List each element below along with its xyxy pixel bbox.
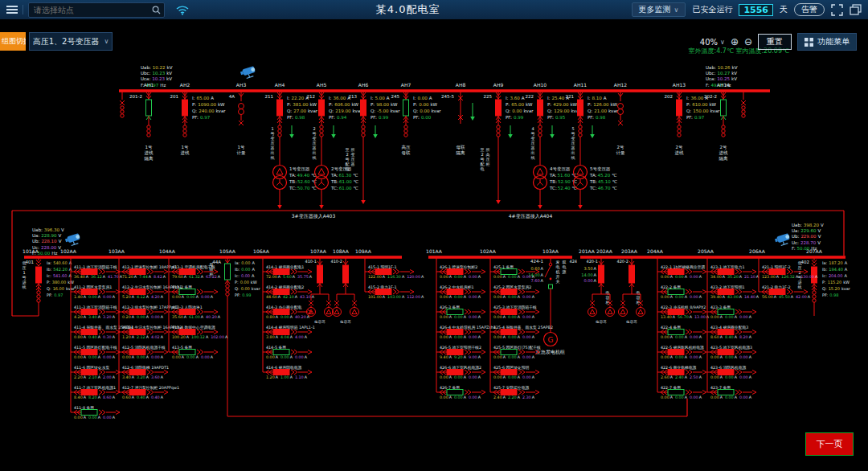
capacitor-bay-410-2[interactable]: 410-2电容器 bbox=[330, 257, 358, 324]
feeder-413-3[interactable]: 413-3 人防地块135.60A61.00A40.20A bbox=[169, 305, 221, 319]
single-line-diagram-canvas[interactable]: Uab:10.22kVUbc:10.23kVUca:10.23kVF:49.97… bbox=[0, 53, 868, 471]
feeder-411-6[interactable]: 411-6 园区绿化水泵2.20A2.10A2.00A bbox=[71, 366, 120, 379]
feeder-422-7[interactable]: 422-7 备用0.00A0.00A0.00A bbox=[657, 386, 706, 399]
feeder-425-5[interactable]: 425-5 园区路灯(75)配干线0.00A0.00A0.00A bbox=[490, 345, 541, 359]
feeder-422-6[interactable]: 422-6 商业电梯电源2.60A2.40A2.50A bbox=[657, 365, 706, 379]
feeder-421-2[interactable]: 421-2 电力1F-256.00A45.50A42.00A bbox=[759, 285, 811, 299]
feeder-422-1[interactable]: 422-1 1b层裙楼商业空调0.00A0.00A0.00A bbox=[657, 264, 706, 279]
svg-text:225: 225 bbox=[484, 94, 493, 99]
feeder-423-3[interactable]: 423-3 备用0.00A0.00A0.00A bbox=[707, 305, 756, 319]
feeder-415-2[interactable]: 415-2 电力1F-1101.00A103.00A112.00A bbox=[365, 285, 424, 299]
feeder-412-6[interactable]: 412-6 消防电梯 19APDT13.40A3.20A3.60A bbox=[119, 365, 169, 379]
tab-diagram-switch[interactable]: 组图切换 bbox=[0, 32, 26, 51]
svg-text:I:8.10A: I:8.10A bbox=[588, 96, 607, 100]
svg-text:0.00A0.00A0.00A: 0.00A0.00A0.00A bbox=[172, 295, 214, 299]
feeder-426-5[interactable]: 426-5 地下室照明干线29.40A9.20A9.00A bbox=[436, 345, 485, 359]
hv-bay-245-5[interactable]: 245-5母联隔离 bbox=[441, 91, 475, 156]
hv-bay-pt[interactable]: 2号计量 bbox=[616, 91, 626, 155]
svg-text:245: 245 bbox=[391, 94, 400, 99]
feeder-423-7[interactable]: 423-7 备用0.00A0.00A0.00A bbox=[707, 386, 756, 399]
hv-bay-201-2[interactable]: 201-21号进线隔离 bbox=[120, 91, 154, 162]
feeder-423-6[interactable]: 423-6 消防风机电源0.00A0.00A0.00A bbox=[707, 365, 756, 379]
feeder-411-1[interactable]: 411-1 地下室消防箱干线36.40A36.12A41.70A bbox=[71, 264, 123, 279]
feeder-414-2[interactable]: 414-2 裙房商业配电244.60A42.10A43.10A bbox=[263, 285, 315, 299]
feeder-422-4[interactable]: 422-4 备用0.00A0.00A0.00A bbox=[657, 326, 706, 339]
feeder-413-2[interactable]: 413-2 备用0.00A0.00A0.00A bbox=[169, 285, 218, 299]
menu-icon[interactable] bbox=[6, 6, 18, 14]
feeder-426-2[interactable]: 426-2 中水机房柜10.00A0.00A0.00A bbox=[436, 285, 485, 299]
zoom-out-icon[interactable]: ⊖ bbox=[744, 36, 752, 47]
feeder-413-4[interactable]: 413-4 数据中心空调电源100.20A100.12A102.00A bbox=[169, 325, 228, 339]
svg-text:39.40A43.00A14.40A: 39.40A43.00A14.40A bbox=[710, 295, 760, 299]
feeder-413-1[interactable]: 413-1 空调机房配电干线79.60A61.32A63.22A bbox=[169, 264, 221, 279]
capacitor-bay-420-1[interactable]: 420-14243.50A14.00A0.00A电容柜电容器 bbox=[569, 257, 614, 324]
feeder-426-6[interactable]: 426-6 地下室风机电源20.00A0.00A0.00A bbox=[436, 365, 485, 379]
svg-text:213: 213 bbox=[349, 94, 358, 99]
capacitor-bay-420-2[interactable]: 420-2电容柜电容器 bbox=[616, 257, 645, 324]
hv-bay-225[interactable]: 225I:3.60AP:65.00kWQ:0.00kvarPF:0.99至2号配… bbox=[481, 91, 534, 204]
feeder-426-3[interactable]: 426-3 备用0.00A0.00A0.00A bbox=[436, 305, 485, 319]
svg-text:122.00A116.30A120.00A: 122.00A116.30A120.00A bbox=[368, 275, 424, 279]
feeder-414-5[interactable]: 414-5 备用0.00A0.00A0.00A bbox=[263, 346, 312, 359]
bottom-tie-line bbox=[227, 399, 687, 416]
feeder-414-1[interactable]: 414-1 裙房商业配电172.00A5.60A35.75A bbox=[263, 264, 313, 279]
reset-button[interactable]: 重置 bbox=[758, 34, 792, 50]
feeder-414-4[interactable]: 414-4 裙房照明箱 1APL1-13.80A4.04A4.00A bbox=[263, 325, 315, 339]
function-menu-button[interactable]: 功能菜单 bbox=[797, 33, 857, 51]
svg-text:P:115.20kW: P:115.20kW bbox=[822, 280, 850, 285]
feeder-414-6[interactable]: 414-6 裙房弱电电源1.20A1.00A1.10A bbox=[263, 365, 312, 379]
svg-text:3.50A: 3.50A bbox=[583, 266, 596, 271]
svg-text:0.00A0.00A0.00A: 0.00A0.00A0.00A bbox=[710, 315, 752, 319]
feeder-425-6[interactable]: 425-6 园区绿化照明0.00A0.00A0.00A bbox=[490, 365, 539, 379]
feeder-423-4[interactable]: 423-4 裙房商业配电38.60A8.40A8.20A bbox=[707, 325, 756, 339]
hv-bay-211[interactable]: 211I:22.20AP:381.00kWQ:27.00kvarPF:0.981… bbox=[265, 91, 318, 209]
svg-text:3#变压器接入A403: 3#变压器接入A403 bbox=[292, 213, 336, 219]
lv-incomer-401[interactable]: 401Ia:540.60AIb:542.20AIc:541.60AP:380.0… bbox=[23, 257, 76, 316]
feeder-411-7[interactable]: 411-7 地下室风机电源18.40A8.20A8.60A bbox=[71, 385, 120, 399]
feeder-411-5[interactable]: 411-5 园区路灯配电干线0.00A0.00A0.00A bbox=[71, 345, 120, 359]
feeder-425-4[interactable]: 425-4 智能井盖、雨水泵 25APB20.00A0.00A0.00A bbox=[490, 325, 553, 339]
alarm-button[interactable]: 告警 bbox=[794, 3, 825, 16]
feeder-426-1[interactable]: 426-1 喷淋泵控制柜20.00A0.00A0.00A bbox=[436, 265, 485, 279]
feeder-412-5[interactable]: 412-5 消防风机电源干线0.00A0.00A0.00A bbox=[119, 345, 168, 359]
feeder-411-2[interactable]: 411-2 园区水景泵房11.40A0.00A0.00A bbox=[71, 285, 120, 299]
feeder-414-3[interactable]: 414-3 办公商业配电0.80A0.00A40.20A bbox=[263, 305, 312, 319]
hv-bay-202[interactable]: 202I:36.00AP:610.00kWQ:150.00kvarPF:0.97… bbox=[665, 91, 721, 156]
feeder-423-2[interactable]: 423-2 地下室照明139.40A43.00A14.40A bbox=[707, 285, 760, 299]
feeder-426-4[interactable]: 426-4 中水处理机房 15APZsh10.00A0.00A0.00A bbox=[436, 325, 496, 339]
windows-icon[interactable] bbox=[850, 4, 862, 15]
zoom-level-select[interactable]: 40%∨ bbox=[700, 38, 725, 47]
fullscreen-icon[interactable] bbox=[831, 4, 843, 16]
feeder-422-2[interactable]: 422-2 备用0.00A0.00A0.00A bbox=[657, 285, 706, 299]
feeder-412-7[interactable]: 412-7 潜污泵控制柜 20APPqw10.60A0.40A0.40A bbox=[119, 386, 179, 399]
station-search[interactable] bbox=[28, 2, 165, 18]
feeder-423-5[interactable]: 423-5 地下室风机电源30.00A0.00A0.00A bbox=[707, 345, 756, 359]
svg-text:0.80A0.40A0.30A: 0.80A0.40A0.30A bbox=[74, 335, 116, 339]
feeder-426-7[interactable]: 426-7 备用0.00A0.00A0.00A bbox=[436, 386, 485, 399]
svg-text:电容器: 电容器 bbox=[314, 320, 326, 324]
search-input[interactable] bbox=[32, 5, 152, 15]
hv-bay-4A[interactable]: 4A1号计量 bbox=[229, 91, 246, 155]
svg-text:PF:0.97: PF:0.97 bbox=[686, 115, 705, 120]
hv-bay-201[interactable]: 201I:65.00AP:1090.00kWQ:240.00kvarPF:0.9… bbox=[170, 91, 227, 156]
feeder-422-3[interactable]: 422-3 冷冻机组 8/9APX213.40A56.70A13.00A bbox=[657, 305, 710, 319]
view-selector[interactable]: 高压1、2号变压器∨ bbox=[29, 32, 113, 51]
zoom-in-icon[interactable]: ⊕ bbox=[731, 36, 739, 47]
more-monitor-button[interactable]: 更多监测∨ bbox=[632, 2, 686, 17]
svg-text:进线: 进线 bbox=[145, 150, 154, 156]
feeder-411-3[interactable]: 411-3 地下室消防箱干线4.20A3.40A3.20A bbox=[71, 305, 120, 319]
feeder-422-5[interactable]: 422-5 裙房新风机组电源0.00A0.00A0.00A bbox=[657, 345, 706, 359]
feeder-425-2[interactable]: 425-2 园区水景泵房20.00A0.00A0.00A bbox=[490, 285, 539, 299]
feeder-413-5[interactable]: 413-5 备用0.00A0.00A0.00A bbox=[169, 346, 218, 359]
search-icon[interactable] bbox=[152, 6, 161, 14]
feeder-411-8[interactable]: 411-8 备用0.00A0.00A0.00A bbox=[71, 406, 120, 420]
svg-text:P:0.00kW: P:0.00kW bbox=[235, 280, 257, 285]
hv-bay-245[interactable]: 245I:0.00AP:0.00kWQ:0.00kvarPF:0.00高压母联 bbox=[391, 91, 442, 155]
feeder-421-1[interactable]: 421-1 照明1F-2123.00A126.32A130.00A bbox=[759, 264, 818, 279]
feeder-415-1[interactable]: 415-1 照明1F-1122.00A116.30A120.00A bbox=[365, 264, 424, 279]
lv-incomer-402[interactable]: 402Ia:187.20AIb:194.40AIc:204.00AP:115.2… bbox=[798, 257, 851, 316]
next-page-button[interactable]: 下一页 bbox=[805, 432, 854, 456]
feeder-425-3[interactable]: 425-3 地下室消防箱干线0.00A0.00A0.00A bbox=[490, 305, 539, 319]
feeder-425-7[interactable]: 425-7 安防监控电源2.40A2.20A2.30A bbox=[490, 385, 539, 399]
feeder-423-1[interactable]: 423-1 地下室电力134.00A35.20A21.10A bbox=[707, 264, 760, 279]
